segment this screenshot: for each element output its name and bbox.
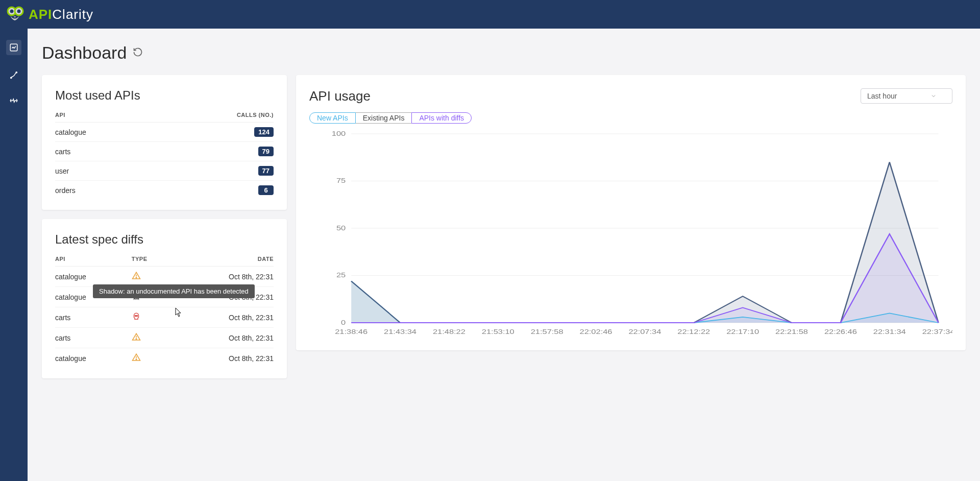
api-name: carts: [55, 142, 155, 161]
api-calls: 79: [155, 142, 274, 161]
svg-text:50: 50: [336, 225, 346, 231]
diff-type: [132, 328, 197, 348]
sidebar: [0, 29, 28, 481]
svg-text:22:31:34: 22:31:34: [873, 328, 906, 335]
svg-text:22:07:34: 22:07:34: [628, 328, 661, 335]
table-row[interactable]: carts79: [55, 142, 274, 161]
diff-date: Oct 8th, 22:31: [197, 328, 274, 348]
nav-events-icon[interactable]: [8, 95, 19, 106]
diff-api: carts: [55, 328, 132, 348]
svg-text:21:53:10: 21:53:10: [482, 328, 514, 335]
spec-diffs-title: Latest spec diffs: [55, 232, 274, 247]
legend-new-apis[interactable]: New APIs: [309, 112, 356, 124]
col-api: API: [55, 112, 155, 123]
nav-inventory-icon[interactable]: [8, 69, 19, 81]
svg-point-13: [136, 315, 137, 316]
shadow-ghost-icon: [132, 292, 141, 301]
col-date: DATE: [197, 256, 274, 267]
svg-point-7: [16, 72, 17, 73]
svg-text:22:26:46: 22:26:46: [824, 328, 857, 335]
api-name: orders: [55, 181, 155, 200]
most-used-apis-title: Most used APIs: [55, 88, 274, 103]
table-row[interactable]: catalogue124: [55, 123, 274, 142]
most-used-apis-table: API CALLS (NO.) catalogue124carts79user7…: [55, 112, 274, 200]
table-row[interactable]: user77: [55, 161, 274, 181]
table-row[interactable]: orders6: [55, 181, 274, 200]
api-calls: 124: [155, 123, 274, 142]
svg-text:0: 0: [341, 319, 346, 326]
svg-text:22:12:22: 22:12:22: [677, 328, 710, 335]
diff-type: [132, 307, 197, 328]
zombie-skull-icon: [132, 312, 141, 321]
table-row[interactable]: catalogueOct 8th, 22:31: [55, 267, 274, 287]
svg-point-10: [135, 295, 136, 296]
svg-text:22:21:58: 22:21:58: [775, 328, 808, 335]
svg-point-3: [17, 10, 21, 13]
warning-triangle-icon: [132, 353, 141, 362]
api-calls: 6: [155, 181, 274, 200]
svg-point-9: [136, 277, 137, 278]
svg-text:21:43:34: 21:43:34: [384, 328, 416, 335]
most-used-apis-card: Most used APIs API CALLS (NO.) catalogue…: [42, 75, 287, 210]
table-row[interactable]: cartsOct 8th, 22:31: [55, 328, 274, 348]
page-title: Dashboard: [42, 43, 127, 63]
diff-api: catalogue: [55, 348, 132, 369]
api-name: user: [55, 161, 155, 181]
api-usage-chart: 025507510021:38:4621:43:3421:48:2221:53:…: [309, 129, 952, 338]
brand: APIClarity: [29, 7, 93, 22]
col-api: API: [55, 256, 132, 267]
svg-point-17: [136, 359, 137, 360]
timerange-value: Last hour: [867, 92, 897, 100]
svg-text:22:17:10: 22:17:10: [726, 328, 759, 335]
svg-point-11: [137, 295, 138, 296]
svg-text:25: 25: [336, 272, 346, 279]
svg-text:100: 100: [332, 130, 346, 137]
logo-mascot: [4, 4, 26, 25]
svg-point-6: [11, 77, 12, 78]
table-row[interactable]: cartsOct 8th, 22:31: [55, 307, 274, 328]
api-usage-title: API usage: [309, 88, 371, 104]
diff-api: catalogue: [55, 287, 132, 307]
diff-type: [132, 287, 197, 307]
api-name: catalogue: [55, 123, 155, 142]
main-content: Dashboard Most used APIs API CALLS (NO.)…: [28, 29, 980, 481]
diff-date: Oct 8th, 22:31: [197, 287, 274, 307]
svg-text:21:38:46: 21:38:46: [335, 328, 368, 335]
brand-part2: Clarity: [52, 7, 93, 22]
table-row[interactable]: catalogueOct 8th, 22:31: [55, 348, 274, 369]
svg-text:21:57:58: 21:57:58: [531, 328, 564, 335]
topbar: APIClarity: [0, 0, 980, 29]
legend-pills: New APIs Existing APIs APIs with diffs: [309, 112, 952, 124]
svg-text:21:48:22: 21:48:22: [433, 328, 465, 335]
svg-point-2: [10, 10, 14, 13]
warning-triangle-icon: [132, 271, 141, 280]
legend-existing-apis[interactable]: Existing APIs: [356, 112, 412, 124]
diff-date: Oct 8th, 22:31: [197, 267, 274, 287]
spec-diffs-table: API TYPE DATE catalogueOct 8th, 22:31cat…: [55, 256, 274, 368]
diff-date: Oct 8th, 22:31: [197, 307, 274, 328]
diff-type: [132, 348, 197, 369]
api-usage-card: API usage Last hour New APIs Existing AP…: [296, 75, 966, 350]
spec-diffs-card: Latest spec diffs API TYPE DATE catalogu…: [42, 219, 287, 378]
chevron-down-icon: [930, 93, 937, 99]
nav-dashboard-icon[interactable]: [6, 40, 21, 55]
svg-point-4: [14, 16, 16, 18]
brand-part1: API: [29, 7, 52, 22]
diff-type: [132, 267, 197, 287]
col-type: TYPE: [132, 256, 197, 267]
table-row[interactable]: catalogueOct 8th, 22:31: [55, 287, 274, 307]
col-calls: CALLS (NO.): [155, 112, 274, 123]
api-calls: 77: [155, 161, 274, 181]
diff-api: carts: [55, 307, 132, 328]
refresh-icon[interactable]: [133, 47, 143, 59]
svg-point-15: [136, 339, 137, 340]
svg-text:75: 75: [336, 178, 346, 184]
timerange-select[interactable]: Last hour: [861, 88, 952, 104]
svg-text:22:37:34: 22:37:34: [922, 328, 952, 335]
diff-api: catalogue: [55, 267, 132, 287]
diff-date: Oct 8th, 22:31: [197, 348, 274, 369]
svg-text:22:02:46: 22:02:46: [580, 328, 612, 335]
svg-point-12: [135, 315, 136, 316]
legend-apis-with-diffs[interactable]: APIs with diffs: [411, 112, 472, 124]
warning-triangle-icon: [132, 332, 141, 342]
